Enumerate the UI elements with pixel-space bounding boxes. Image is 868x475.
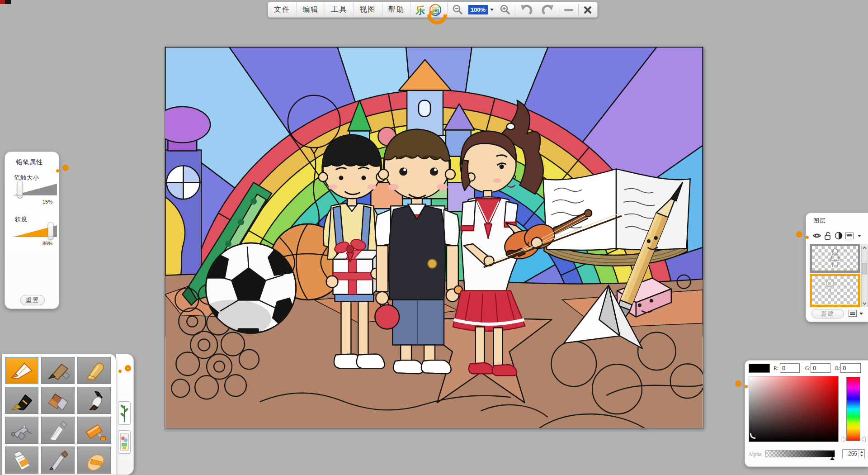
brush-size-slider[interactable] <box>13 184 57 195</box>
color-picker-panel: R: G: B: Alpha 255 <box>745 360 868 467</box>
fountain-pen-icon <box>9 390 34 410</box>
softness-label: 软度 <box>15 215 28 223</box>
canvas-artwork <box>165 47 703 428</box>
menu-help[interactable]: 帮助 <box>382 2 411 17</box>
panel-title: 铅笔属性 <box>16 158 43 166</box>
screen-corner-marker <box>0 0 11 4</box>
picture-stamp-button[interactable] <box>118 430 131 454</box>
tool-paint-tube[interactable] <box>5 446 38 474</box>
chevron-down-icon <box>858 235 861 237</box>
softness-slider[interactable] <box>13 225 57 237</box>
tool-palette <box>2 354 116 475</box>
zoom-dropdown-button[interactable] <box>489 2 495 17</box>
spinner-down-icon[interactable] <box>860 455 863 456</box>
hue-strip[interactable] <box>846 377 860 441</box>
drawing-canvas[interactable] <box>165 47 703 428</box>
circle-sketch-thumbnail <box>812 276 858 305</box>
paint-tube-icon <box>9 450 34 470</box>
color-collapse-handle[interactable] <box>737 379 748 394</box>
chevron-down-icon[interactable] <box>859 313 863 315</box>
tool-palette-side-strip <box>116 354 134 475</box>
alpha-marker[interactable] <box>830 457 835 460</box>
chevron-up-icon <box>863 247 867 249</box>
menu-file[interactable]: 文件 <box>268 2 297 17</box>
minimize-button[interactable] <box>559 2 578 17</box>
scrollbar-thumb[interactable] <box>862 263 867 274</box>
layers-collapse-handle[interactable] <box>798 229 809 245</box>
palette-collapse-handle[interactable] <box>118 363 129 379</box>
tool-eraser[interactable] <box>77 446 111 474</box>
main-toolbar: 文件 编辑 工具 视图 帮助 乐 画 100% <box>268 2 598 18</box>
sv-cursor[interactable] <box>750 433 755 439</box>
wood-pencil-icon <box>45 361 71 380</box>
panel-collapse-handle[interactable] <box>56 163 67 178</box>
tool-wood-pencil[interactable] <box>41 357 75 384</box>
g-label: G: <box>805 365 811 372</box>
close-button[interactable] <box>579 2 597 17</box>
half-circle-icon <box>835 232 843 240</box>
paint-roller-icon <box>81 420 107 440</box>
magnifier-minus-icon <box>452 4 463 16</box>
figure-sketch-thumbnail <box>812 246 858 271</box>
svg-text:乐: 乐 <box>415 5 425 15</box>
tool-airbrush[interactable] <box>5 417 38 444</box>
redo-button[interactable] <box>537 2 559 17</box>
alpha-slider[interactable] <box>765 450 835 457</box>
tool-fountain-pen[interactable] <box>5 387 38 414</box>
tool-flat-brush[interactable] <box>41 387 75 414</box>
blend-button[interactable] <box>834 231 843 240</box>
liner-brush-icon <box>45 450 71 470</box>
scroll-up-button[interactable] <box>862 244 867 251</box>
airbrush-icon <box>9 420 34 440</box>
chevron-down-icon <box>490 9 494 11</box>
tool-paint-roller[interactable] <box>77 417 111 444</box>
layer-menu-caret[interactable] <box>855 231 864 240</box>
lock-button[interactable] <box>823 231 832 240</box>
zoom-level-input[interactable]: 100% <box>468 5 488 14</box>
menu-view[interactable]: 视图 <box>354 2 382 17</box>
tool-pencil[interactable] <box>5 357 38 384</box>
new-layer-button[interactable]: 新建 <box>811 309 844 318</box>
visibility-button[interactable] <box>812 231 821 240</box>
hue-marker-left[interactable] <box>842 437 846 442</box>
g-input[interactable] <box>811 363 830 373</box>
zoom-in-button[interactable] <box>495 2 515 17</box>
magnifier-plus-icon <box>499 4 511 16</box>
menu-edit[interactable]: 编辑 <box>297 2 325 17</box>
close-icon <box>584 6 592 14</box>
layers-scrollbar[interactable] <box>861 244 868 307</box>
layer-item-1[interactable] <box>810 244 860 273</box>
r-input[interactable] <box>780 363 800 373</box>
layers-title: 图层 <box>813 217 826 225</box>
plant-stamp-button[interactable] <box>118 401 131 425</box>
list-icon <box>845 233 854 239</box>
tool-palette-knife[interactable] <box>41 417 75 444</box>
saturation-value-square[interactable] <box>749 376 839 442</box>
scroll-down-button[interactable] <box>862 300 867 307</box>
brush-size-value: 15% <box>42 199 52 204</box>
spinner-up-icon[interactable] <box>860 451 863 453</box>
layer-menu-button[interactable] <box>845 231 854 240</box>
tool-liner-brush[interactable] <box>41 446 75 474</box>
layers-panel: 图层 <box>806 213 868 322</box>
tool-pastel[interactable] <box>77 357 111 384</box>
menu-tools[interactable]: 工具 <box>325 2 354 17</box>
layer-item-2[interactable] <box>810 274 860 307</box>
alpha-gradient <box>766 451 835 457</box>
b-label: B: <box>835 365 840 372</box>
alpha-spinner[interactable]: 255 <box>842 449 865 458</box>
plant-stamp-icon <box>120 403 129 423</box>
hue-marker-right[interactable] <box>862 437 865 442</box>
b-input[interactable] <box>840 363 861 373</box>
zoom-out-button[interactable] <box>448 2 467 17</box>
brush-size-handle[interactable] <box>17 180 23 198</box>
softness-handle[interactable] <box>48 222 54 240</box>
ink-brush-icon <box>81 390 107 410</box>
mascot-handle[interactable] <box>427 14 447 24</box>
layers-bottom-menu-button[interactable] <box>849 310 857 317</box>
pencil-icon <box>9 361 34 380</box>
r-label: R: <box>774 365 778 372</box>
undo-button[interactable] <box>515 2 537 17</box>
reset-button[interactable]: 重置 <box>20 295 45 305</box>
tool-ink-brush[interactable] <box>77 387 111 414</box>
